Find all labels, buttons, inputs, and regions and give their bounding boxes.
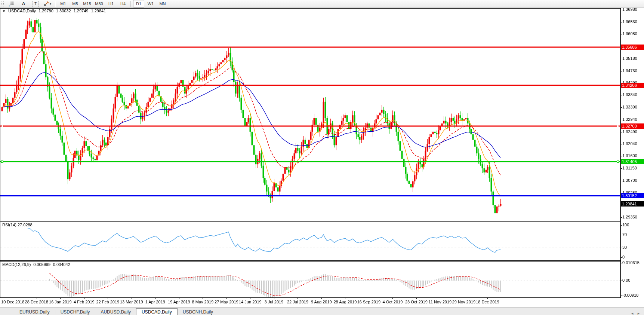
chart-header: ▼ USDCAD,Daily 1.29780 1.30032 1.29749 1…	[2, 9, 107, 13]
date-tick-label: 9 Aug 2019	[311, 300, 332, 304]
rsi-indicator-label: RSI(14) 27.0288	[2, 223, 33, 227]
symbol-title: USDCAD,Daily	[8, 9, 36, 13]
date-tick-label: 22 Feb 2019	[96, 300, 119, 304]
rsi-tick-label: 70	[622, 232, 627, 237]
price-tick-label: 1.30700	[622, 178, 637, 183]
macd-tick-label: 0.010615	[622, 260, 640, 265]
timeframe-button-w1[interactable]: W1	[145, 0, 156, 7]
macd-main-value: -0.005999	[32, 262, 50, 267]
timeframe-button-mn[interactable]: MN	[157, 0, 168, 7]
date-tick-label: 16 Jan 2019	[49, 300, 72, 304]
diagonal-arrows-icon	[44, 1, 49, 6]
date-tick-label: 22 Jul 2019	[287, 300, 308, 304]
rsi-tick-label: 100	[622, 223, 629, 227]
objects-dropdown-button[interactable]: ▾	[42, 0, 53, 7]
symbol-tab-usdchf[interactable]: USDCHF,Daily	[55, 309, 95, 315]
collapse-arrow-icon[interactable]: ▼	[2, 9, 6, 13]
timeframe-button-m30[interactable]: M30	[93, 0, 105, 7]
date-tick-label: 28 Aug 2019	[333, 300, 357, 304]
date-tick-label: 1 Apr 2019	[145, 300, 165, 304]
mt4-window: { "toolbar": { "chart_profile_label": "F…	[0, 0, 644, 315]
level-price-tag: 1.32700	[621, 123, 644, 129]
date-tick-label: 28 Dec 2018	[25, 300, 48, 304]
date-tick-label: 13 Mar 2019	[120, 300, 143, 304]
level-price-tag: 1.35606	[621, 45, 644, 50]
chart-profile-label: F	[9, 4, 11, 7]
timeframe-button-h4[interactable]: H4	[117, 0, 129, 7]
price-tick-label: 1.34730	[622, 68, 637, 73]
macd-tick-label: -0.00918	[622, 293, 638, 297]
date-tick-label: 18 Dec 2019	[476, 300, 499, 304]
timeframe-group: D1W1MN	[133, 0, 169, 7]
date-tick-label: 23 Oct 2019	[405, 300, 428, 304]
ohlc-high: 1.30032	[56, 9, 71, 13]
date-tick-label: 8 May 2019	[192, 300, 213, 304]
date-tick-label: 16 Sep 2019	[357, 300, 380, 304]
macd-signal-value: -0.004042	[52, 262, 70, 267]
price-tick-label: 1.31150	[622, 166, 637, 170]
timeframe-button-m5[interactable]: M5	[70, 0, 81, 7]
rsi-name: RSI(14)	[2, 223, 16, 227]
current-price-tag: 1.29841	[621, 201, 644, 207]
chart-profile-icon: F	[9, 1, 15, 7]
symbol-tab-usdcad[interactable]: USDCAD,Daily	[136, 308, 178, 315]
macd-name: MACD(12,26,9)	[2, 262, 31, 267]
font-icon: A	[22, 1, 25, 6]
price-tick-label: 1.35180	[622, 56, 637, 61]
level-price-tag: 1.30152	[621, 193, 644, 198]
timeframe-button-h1[interactable]: H1	[105, 0, 117, 7]
symbol-tabbar: EURUSD,DailyUSDCHF,DailyAUDUSD,DailyUSDC…	[0, 308, 644, 315]
text-tool-button[interactable]: T	[30, 0, 41, 7]
level-price-tag: 1.34206	[621, 83, 644, 88]
date-tick-label: 19 Apr 2019	[168, 300, 190, 304]
symbol-tab-usdcnh[interactable]: USDCNH,Daily	[178, 309, 218, 315]
level-price-tag: 1.31405	[621, 159, 644, 164]
tab-scroll-left-icon[interactable]: ◄	[631, 312, 634, 315]
date-tick-label: 29 Nov 2019	[452, 300, 475, 304]
rsi-value: 27.0288	[18, 223, 33, 227]
toolbar-separator	[55, 1, 56, 7]
price-tick-label: 1.36530	[622, 19, 637, 24]
price-tick-label: 1.32490	[622, 129, 637, 134]
rsi-tick-label: 30	[622, 245, 627, 250]
timeframe-group: M1M5M15M30H1H4	[57, 0, 129, 7]
macd-indicator-label: MACD(12,26,9) -0.005999 -0.004042	[2, 262, 70, 267]
text-tool-icon: T	[33, 1, 39, 7]
price-tick-label: 1.32940	[622, 117, 637, 122]
price-tick-label: 1.33390	[622, 105, 637, 109]
rsi-tick-label: 0	[622, 255, 625, 259]
toolbar-grip-handle[interactable]	[1, 1, 4, 6]
chevron-down-icon: ▾	[50, 2, 51, 6]
date-tick-label: 4 Oct 2019	[382, 300, 403, 304]
chart-canvas[interactable]	[0, 0, 644, 308]
price-tick-label: 1.36080	[622, 31, 637, 36]
price-tick-label: 1.31600	[622, 153, 637, 158]
price-tick-label: 1.33840	[622, 92, 637, 97]
price-tick-label: 1.32040	[622, 141, 637, 146]
date-tick-label: 27 May 2019	[215, 300, 238, 304]
timeframe-button-m15[interactable]: M15	[81, 0, 93, 7]
tab-scroll-right-icon[interactable]: ►	[637, 312, 640, 315]
ohlc-open: 1.29780	[38, 9, 53, 13]
chart-profile-button[interactable]: F	[6, 0, 17, 7]
macd-tick-label: 0.00	[622, 278, 630, 282]
date-tick-label: 4 Feb 2019	[74, 300, 95, 304]
timeframe-button-d1[interactable]: D1	[133, 0, 144, 7]
ohlc-close: 1.29841	[91, 9, 106, 13]
date-tick-label: 11 Nov 2019	[429, 300, 452, 304]
date-tick-label: 10 Dec 2018	[1, 300, 24, 304]
symbol-tab-audusd[interactable]: AUDUSD,Daily	[95, 309, 136, 315]
top-toolbar: F A T ▾ M1M5M15M30H1H4 D1W1MN	[0, 0, 644, 8]
date-tick-label: 3 Jul 2019	[264, 300, 283, 304]
price-tick-label: 1.29350	[622, 215, 637, 219]
toolbar-separator	[130, 1, 131, 7]
symbol-tab-eurusd[interactable]: EURUSD,Daily	[14, 309, 55, 315]
timeframe-button-m1[interactable]: M1	[58, 0, 69, 7]
font-button[interactable]: A	[18, 0, 29, 7]
date-tick-label: 14 Jun 2019	[239, 300, 262, 304]
ohlc-low: 1.29749	[74, 9, 89, 13]
